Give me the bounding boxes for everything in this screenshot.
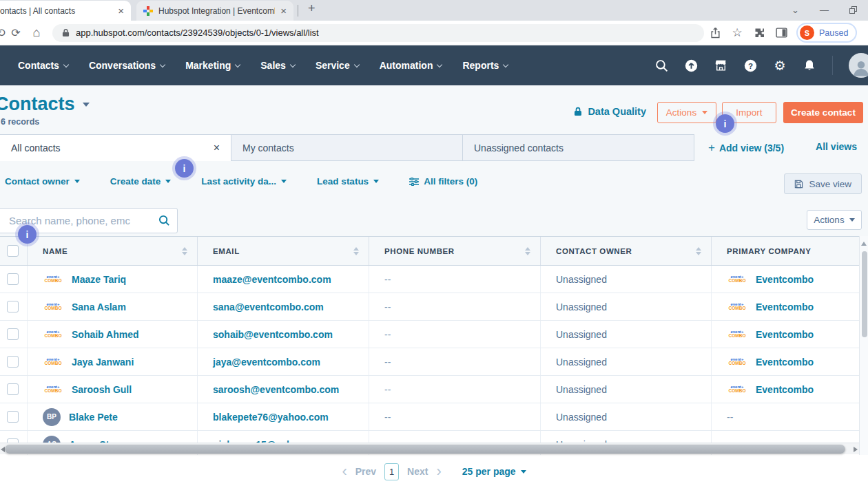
all-views-link[interactable]: All views [816, 141, 857, 152]
view-tab[interactable]: Unassigned contacts [463, 134, 694, 161]
row-checkbox[interactable] [7, 383, 19, 395]
search-input[interactable] [9, 215, 154, 226]
info-marker[interactable]: i [716, 114, 734, 133]
vertical-scroll-thumb[interactable] [862, 251, 867, 337]
sort-arrows-icon[interactable] [182, 247, 187, 255]
search-icon[interactable] [654, 59, 668, 72]
next-page-chevron-icon[interactable]: › [436, 464, 441, 479]
table-row[interactable]: event+COMBO Maaze Tariq maaze@eventcombo… [0, 266, 859, 293]
nav-item[interactable]: Sales [260, 60, 295, 71]
tab-search-chevron-icon[interactable]: ⌄ [792, 5, 799, 15]
info-marker[interactable]: i [18, 225, 37, 244]
filter-dropdown[interactable]: Lead status [317, 176, 379, 187]
contact-email-link[interactable]: jaya@eventcombo.com [213, 357, 320, 368]
contact-email-link[interactable]: maaze@eventcombo.com [213, 274, 331, 285]
tab-close-icon[interactable]: × [118, 5, 124, 17]
info-marker[interactable]: i [175, 159, 194, 178]
contact-email-link[interactable]: blakepete76@yahoo.com [213, 412, 329, 423]
notifications-bell-icon[interactable] [803, 59, 816, 72]
nav-item[interactable]: Service [316, 60, 359, 71]
row-checkbox[interactable] [7, 301, 19, 312]
data-quality-link[interactable]: Data Quality [574, 106, 646, 117]
table-row[interactable]: event+COMBO Jaya Janwani jaya@eventcombo… [0, 348, 859, 376]
upgrade-icon[interactable] [684, 59, 698, 72]
column-header[interactable]: EMAIL [198, 237, 369, 265]
nav-item[interactable]: Marketing [185, 60, 240, 71]
vertical-scrollbar[interactable] [859, 236, 868, 455]
browser-tab-contacts[interactable]: ontacts | All contacts × [0, 1, 131, 21]
scroll-up-icon[interactable] [861, 242, 867, 246]
contact-name-link[interactable]: Blake Pete [69, 412, 118, 423]
column-header[interactable]: NAME [28, 237, 198, 265]
add-view-button[interactable]: + Add view (3/5) [708, 141, 784, 155]
column-header[interactable]: PHONE NUMBER [369, 237, 541, 265]
row-checkbox[interactable] [7, 328, 19, 340]
contact-name-link[interactable]: Jaya Janwani [72, 357, 134, 368]
save-view-button[interactable]: Save view [784, 173, 862, 194]
restore-window-icon[interactable] [849, 6, 857, 14]
header-actions-button[interactable]: Actions [657, 102, 716, 123]
select-all-checkbox[interactable] [7, 245, 19, 257]
row-checkbox[interactable] [7, 356, 19, 368]
sort-arrows-icon[interactable] [696, 247, 701, 255]
contact-name-link[interactable]: Sohaib Ahmed [72, 329, 139, 340]
user-avatar[interactable] [849, 53, 868, 78]
column-header[interactable]: PRIMARY COMPANY [712, 237, 859, 265]
column-header[interactable]: CONTACT OWNER [541, 237, 712, 265]
page-title[interactable]: Contacts [0, 94, 90, 115]
create-contact-button[interactable]: Create contact [783, 102, 863, 123]
row-checkbox[interactable] [7, 273, 19, 285]
all-filters-button[interactable]: All filters (0) [409, 176, 477, 187]
filter-dropdown[interactable]: Contact owner [5, 176, 80, 187]
prev-page-chevron-icon[interactable]: ‹ [342, 464, 347, 479]
primary-company-link[interactable]: -- [727, 412, 733, 423]
table-actions-button[interactable]: Actions [807, 210, 862, 230]
filter-dropdown[interactable]: Last activity da... [201, 176, 287, 187]
contact-name-link[interactable]: Saroosh Gull [72, 384, 132, 395]
nav-item[interactable]: Automation [380, 60, 442, 71]
bookmark-star-icon[interactable]: ☆ [730, 25, 744, 40]
per-page-selector[interactable]: 25 per page [462, 466, 526, 477]
reload-icon[interactable]: ⟳ [6, 26, 26, 39]
nav-item[interactable]: Reports [462, 60, 508, 71]
primary-company-link[interactable]: Eventcombo [756, 329, 814, 340]
home-icon[interactable]: ⌂ [26, 25, 47, 40]
next-button[interactable]: Next [407, 466, 428, 477]
table-row[interactable]: event+COMBO Sana Aslam sana@eventcombo.c… [0, 293, 859, 321]
contact-email-link[interactable]: sana@eventcombo.com [213, 301, 324, 312]
nav-item[interactable]: Contacts [18, 60, 68, 71]
contact-email-link[interactable]: sohaib@eventcombo.com [213, 329, 333, 340]
table-row[interactable]: BP Blake Pete blakepete76@yahoo.com -- U… [0, 403, 859, 431]
table-row[interactable]: event+COMBO Saroosh Gull saroosh@eventco… [0, 376, 859, 403]
primary-company-link[interactable]: Eventcombo [756, 384, 814, 395]
row-checkbox[interactable] [7, 411, 19, 423]
back-icon[interactable]: ⟲ [0, 26, 6, 39]
contact-name-link[interactable]: Maaze Tariq [72, 274, 126, 285]
tab-close-icon[interactable]: × [280, 5, 287, 17]
horizontal-scroll-thumb[interactable] [5, 445, 845, 454]
contact-name-link[interactable]: Sana Aslam [72, 301, 126, 312]
share-icon[interactable] [708, 26, 722, 40]
browser-profile-chip[interactable]: S Paused [796, 23, 857, 43]
primary-company-link[interactable]: Eventcombo [756, 301, 814, 312]
sort-arrows-icon[interactable] [525, 247, 530, 255]
side-panel-icon[interactable] [774, 26, 788, 40]
browser-tab-hubspot-integration[interactable]: Hubspot Integration | Eventcomb × [136, 1, 293, 21]
help-icon[interactable]: ? [743, 59, 757, 72]
horizontal-scrollbar[interactable] [0, 443, 859, 454]
view-tab[interactable]: All contacts × [0, 134, 231, 161]
primary-company-link[interactable]: Eventcombo [756, 274, 814, 285]
minimize-icon[interactable]: — [820, 5, 829, 15]
scroll-right-icon[interactable] [854, 447, 858, 452]
close-view-icon[interactable]: × [214, 142, 220, 154]
address-bar[interactable]: app.hubspot.com/contacts/23924539/object… [52, 24, 704, 42]
marketplace-icon[interactable] [714, 59, 727, 72]
view-tab[interactable]: My contacts [231, 134, 463, 161]
search-icon[interactable] [158, 215, 170, 226]
new-tab-button[interactable]: + [308, 1, 316, 16]
filter-dropdown[interactable]: Create date [110, 176, 172, 187]
prev-button[interactable]: Prev [355, 466, 376, 477]
contact-email-link[interactable]: saroosh@eventcombo.com [213, 384, 339, 395]
table-row[interactable]: event+COMBO Sohaib Ahmed sohaib@eventcom… [0, 321, 859, 348]
extensions-puzzle-icon[interactable] [752, 26, 766, 40]
